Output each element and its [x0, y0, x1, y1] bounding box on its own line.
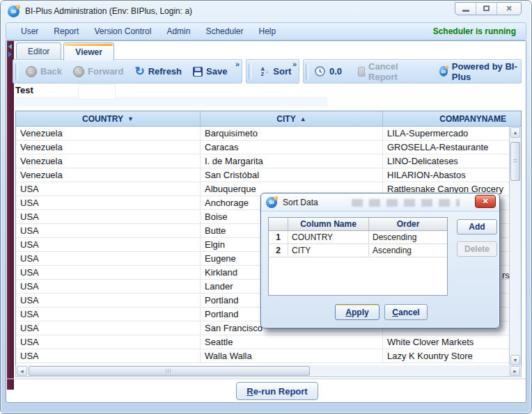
timer-display: 0.0 [315, 66, 342, 77]
rerun-report-button[interactable]: Re-run Report [236, 382, 318, 400]
column-header-country[interactable]: COUNTRY▼ [16, 111, 201, 126]
table-cell: USA [16, 224, 201, 237]
table-cell: Barquisimeto [201, 127, 383, 140]
table-cell: USA [16, 238, 201, 251]
table-row[interactable]: USASeattleWhite Clover Markets [16, 335, 509, 349]
table-cell: Seattle [201, 335, 383, 349]
bottom-divider [6, 379, 526, 379]
parameter-band [15, 97, 327, 106]
back-label: Back [40, 66, 62, 77]
scroll-left-icon[interactable]: ◄ [17, 366, 27, 376]
horizontal-scroll-thumb[interactable] [29, 366, 310, 376]
menu-item-user[interactable]: User [13, 26, 46, 36]
dialog-close-button[interactable]: ✕ [475, 195, 496, 208]
table-row[interactable]: VenezuelaBarquisimetoLILA-Supermercado [16, 127, 509, 141]
table-cell: USA [16, 294, 201, 307]
menu-item-scheduler[interactable]: Scheduler [198, 26, 251, 36]
menu-bar: UserReportVersion ControlAdminSchedulerH… [6, 22, 526, 40]
close-button[interactable]: ✕ [497, 3, 521, 15]
powered-by-brand: BI Powered by BI-Plus [439, 61, 521, 82]
scroll-up-icon[interactable]: ▲ [510, 127, 520, 138]
sort-cell[interactable]: Descending [369, 231, 447, 244]
sort-table: Column NameOrder 1COUNTRYDescending2CITY… [268, 217, 448, 296]
sort-cell: 1 [269, 231, 288, 244]
table-cell: USA [16, 280, 201, 293]
cancel-button[interactable]: Cancel [384, 304, 428, 320]
close-icon: ✕ [506, 4, 512, 13]
table-cell: Venezuela [16, 141, 201, 154]
table-row[interactable]: USAWalla WallaLazy K Kountry Store [16, 349, 509, 363]
tab-viewer[interactable]: Viewer [63, 42, 114, 61]
sort-cell[interactable]: COUNTRY [288, 231, 369, 244]
table-cell: USA [16, 349, 201, 363]
dialog-title-bar[interactable]: BI Sort Data ✕ [261, 193, 499, 212]
table-row[interactable]: VenezuelaCaracasGROSELLA-Restaurante [16, 141, 509, 154]
restore-icon [483, 6, 490, 11]
cancel-report-button: Cancel Report [352, 61, 424, 82]
forward-label: Forward [88, 66, 123, 77]
sort-cell: 2 [269, 244, 288, 257]
table-row[interactable]: VenezuelaI. de MargaritaLINO-Delicateses [16, 154, 509, 168]
refresh-label: Refresh [148, 66, 182, 77]
title-bar: BI BI-Plus Administration (Env: BIPlus, … [1, 1, 531, 22]
sort-column-header [269, 218, 288, 230]
toolbar-overflow-icon[interactable]: » [235, 60, 240, 68]
sort-table-body: 1COUNTRYDescending2CITYAscending [269, 231, 447, 257]
tab-editor[interactable]: Editor [16, 42, 61, 59]
vertical-scrollbar[interactable]: ▲ ▼ [509, 127, 521, 366]
scroll-right-icon[interactable]: ► [510, 366, 520, 376]
column-header-label: COMPANYNAME [439, 114, 506, 124]
sort-button[interactable]: AZ ↓ Sort [256, 66, 297, 77]
cancel-report-icon [358, 67, 365, 77]
table-cell: USA [16, 266, 201, 279]
table-cell: White Clover Markets [383, 335, 509, 349]
parameter-box [78, 84, 116, 99]
vertical-scroll-thumb[interactable] [510, 142, 520, 181]
clock-icon [315, 66, 325, 77]
column-header-label: CITY [276, 114, 295, 124]
sort-data-dialog: BI Sort Data ✕ Column NameOrder 1COUNTRY… [260, 193, 500, 328]
table-cell: Venezuela [16, 127, 201, 140]
menu-item-report[interactable]: Report [46, 26, 86, 36]
column-header-companyname[interactable]: COMPANYNAME [383, 111, 509, 126]
collapse-left-icon[interactable] [8, 44, 12, 49]
table-cell: HILARION-Abastos [383, 168, 509, 182]
table-cell: USA [16, 335, 201, 349]
panel-splitter[interactable] [7, 41, 14, 390]
delete-button: Delete [457, 241, 497, 257]
tab-strip: Editor Viewer [16, 42, 114, 59]
dialog-logo-icon: BI [266, 197, 277, 208]
table-cell: GROSELLA-Restaurante [383, 141, 509, 154]
sort-row[interactable]: 1COUNTRYDescending [269, 231, 447, 244]
sort-row[interactable]: 2CITYAscending [269, 244, 447, 257]
toolbar-overflow-icon[interactable]: » [292, 60, 297, 68]
column-header-city[interactable]: CITY▲ [201, 111, 383, 126]
toolbar-group-sort: AZ ↓ Sort » [246, 59, 299, 83]
restore-button[interactable] [476, 3, 497, 15]
collapse-right-icon[interactable] [8, 51, 12, 57]
refresh-button[interactable]: ↻ Refresh [129, 66, 187, 77]
table-cell: USA [16, 196, 201, 209]
table-cell: Caracas [201, 141, 383, 154]
sort-cell[interactable]: CITY [288, 244, 369, 257]
sort-desc-icon: ▼ [127, 116, 134, 122]
table-row[interactable]: VenezuelaSan CristóbalHILARION-Abastos [16, 168, 509, 182]
menu-item-help[interactable]: Help [251, 26, 283, 36]
table-cell: USA [16, 308, 201, 321]
apply-button[interactable]: Apply [335, 304, 380, 320]
add-button[interactable]: Add [457, 219, 497, 234]
main-content: Editor Viewer ← Back → Forward ↻ Refresh [6, 40, 526, 403]
app-logo-icon: BI [8, 6, 19, 17]
timer-value: 0.0 [329, 66, 342, 77]
scroll-down-icon[interactable]: ▼ [510, 355, 520, 365]
menu-item-version-control[interactable]: Version Control [86, 26, 159, 36]
save-button[interactable]: Save [187, 66, 233, 77]
toolbar-group-navigation: ← Back → Forward ↻ Refresh Save » [13, 59, 242, 83]
table-cell: USA [16, 210, 201, 223]
sort-label: Sort [273, 66, 291, 77]
sort-cell[interactable]: Ascending [369, 244, 447, 257]
menu-item-admin[interactable]: Admin [159, 26, 198, 36]
horizontal-scrollbar[interactable]: ◄ ► [15, 365, 522, 377]
minimize-button[interactable] [455, 3, 476, 15]
table-cell: Venezuela [16, 154, 201, 168]
